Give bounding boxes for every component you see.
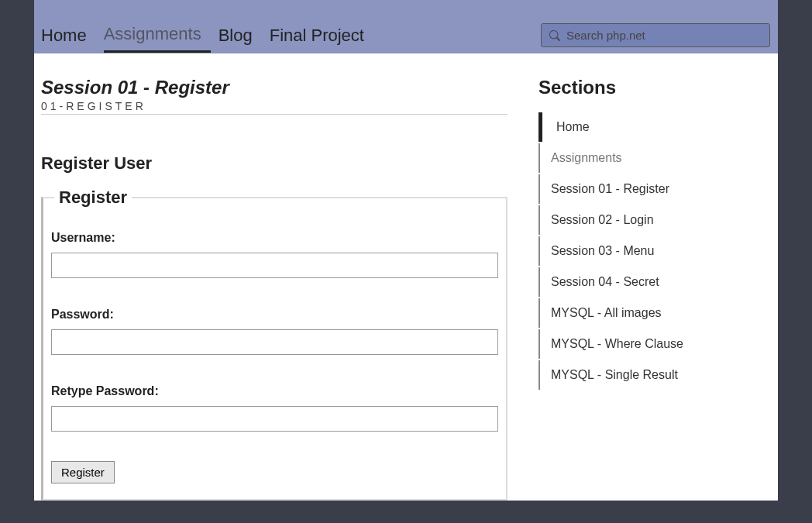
nav-assignments[interactable]: Assignments [104,18,211,53]
page-title: Session 01 - Register [41,77,508,98]
sidebar-item-session03[interactable]: Session 03 - Menu [538,236,771,266]
username-group: Username: [51,231,498,278]
sidebar-item-assignments[interactable]: Assignments [538,143,771,173]
sidebar-title: Sections [538,77,771,98]
sidebar-item-session04[interactable]: Session 04 - Secret [538,267,771,297]
nav-blog[interactable]: Blog [218,19,262,52]
password-label: Password: [51,308,498,322]
main-content: Session 01 - Register 01-REGISTER Regist… [41,77,538,501]
form-heading: Register User [41,153,508,174]
sidebar-item-mysql-where[interactable]: MYSQL - Where Clause [538,329,771,359]
username-label: Username: [51,231,498,245]
sidebar-item-home[interactable]: Home [538,112,771,142]
sidebar-item-session02[interactable]: Session 02 - Login [538,205,771,235]
register-fieldset: Register Username: Password: Retype Pass… [41,188,508,501]
sidebar-item-mysql-all[interactable]: MYSQL - All images [538,298,771,328]
retype-password-label: Retype Password: [51,384,498,398]
header-banner [34,0,778,17]
retype-password-group: Retype Password: [51,384,498,432]
password-input[interactable] [51,329,498,355]
sidebar-item-mysql-single[interactable]: MYSQL - Single Result [538,360,771,390]
nav-final-project[interactable]: Final Project [270,19,373,52]
search-icon [549,30,560,41]
page-subtitle: 01-REGISTER [41,100,508,115]
username-input[interactable] [51,253,498,278]
sidebar: Sections Home Assignments Session 01 - R… [538,77,771,501]
search-wrapper [541,23,770,47]
main-nav: Home Assignments Blog Final Project [34,17,778,53]
retype-password-input[interactable] [51,406,498,432]
sidebar-list: Home Assignments Session 01 - Register S… [538,112,771,390]
password-group: Password: [51,308,498,355]
fieldset-legend: Register [54,188,132,208]
nav-home[interactable]: Home [41,19,96,52]
register-button[interactable]: Register [51,461,115,483]
search-input[interactable] [566,29,762,42]
sidebar-item-session01[interactable]: Session 01 - Register [538,174,771,204]
